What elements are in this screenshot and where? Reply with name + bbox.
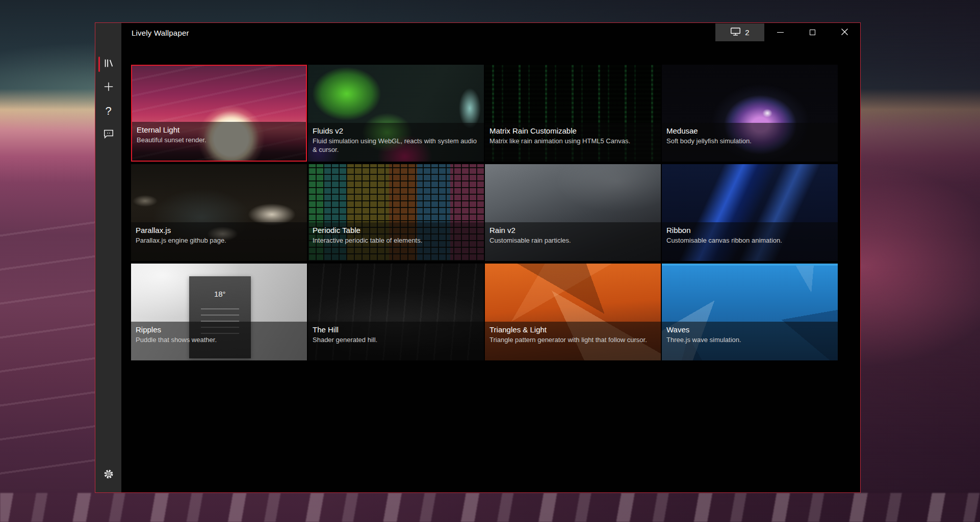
tile-caption: Triangles & Light Triangle pattern gener… (485, 322, 661, 360)
sidebar: ? (95, 23, 121, 492)
tile-title: Ripples (136, 324, 302, 335)
tile-caption: Matrix Rain Customizable Matrix like rai… (485, 123, 661, 162)
wallpaper-tile-ripples[interactable]: 18° Ripples Puddle that shows weather. (131, 264, 307, 360)
wallpaper-tile-waves[interactable]: Waves Three.js wave simulation. (662, 264, 838, 360)
maximize-button[interactable] (796, 23, 829, 41)
wallpaper-tile-eternal-light[interactable]: Eternal Light Beautiful sunset render. (131, 65, 307, 162)
tile-title: Rain v2 (489, 225, 656, 236)
sidebar-item-add-wallpaper[interactable] (95, 76, 121, 99)
minimize-button[interactable] (764, 23, 796, 41)
sidebar-item-feedback[interactable] (95, 123, 121, 146)
tile-title: Medusae (666, 125, 833, 136)
wallpaper-tile-fluids-v2[interactable]: Fluids v2 Fluid simulation using WebGL, … (308, 65, 484, 162)
tile-title: Periodic Table (313, 225, 479, 236)
library-icon (103, 58, 114, 71)
gear-icon (103, 468, 114, 482)
tile-title: Eternal Light (137, 124, 301, 135)
tile-caption: Ripples Puddle that shows weather. (131, 322, 307, 360)
sidebar-item-help[interactable]: ? (95, 99, 121, 123)
monitor-count: 2 (745, 28, 749, 37)
tile-description: Beautiful sunset render. (137, 136, 301, 144)
weather-temperature: 18° (189, 290, 251, 298)
tile-description: Customisable canvas ribbon animation. (666, 236, 833, 245)
tile-description: Triangle pattern generator with light th… (489, 335, 656, 344)
wallpaper-tile-matrix-rain[interactable]: Matrix Rain Customizable Matrix like rai… (485, 65, 661, 162)
tile-description: Customisable rain particles. (489, 236, 656, 245)
plus-icon (103, 81, 114, 94)
tile-caption: Ribbon Customisable canvas ribbon animat… (662, 222, 838, 261)
maximize-icon (810, 30, 815, 35)
wallpaper-tile-ribbon[interactable]: Ribbon Customisable canvas ribbon animat… (662, 164, 838, 261)
settings-button[interactable] (95, 465, 121, 485)
wallpaper-tile-medusae[interactable]: Medusae Soft body jellyfish simulation. (662, 65, 838, 162)
tile-description: Soft body jellyfish simulation. (666, 137, 833, 145)
tile-caption: Waves Three.js wave simulation. (662, 322, 838, 360)
tile-description: Parallax.js engine github page. (136, 236, 302, 245)
close-button[interactable] (829, 23, 860, 41)
sidebar-item-library[interactable] (95, 53, 121, 76)
minimize-icon (777, 32, 784, 33)
tile-description: Shader generated hill. (313, 335, 479, 344)
tile-title: Triangles & Light (489, 324, 656, 335)
monitor-icon (730, 27, 741, 38)
tile-title: Fluids v2 (313, 125, 479, 136)
tile-caption: Eternal Light Beautiful sunset render. (132, 122, 306, 161)
tile-caption: Rain v2 Customisable rain particles. (485, 222, 661, 261)
question-icon: ? (105, 105, 111, 118)
wallpaper-water-detail (0, 219, 95, 489)
tile-title: Parallax.js (136, 225, 302, 236)
wallpaper-water-streaks (0, 493, 980, 522)
tile-caption: The Hill Shader generated hill. (308, 322, 484, 360)
tile-description: Interactive periodic table of elements. (313, 236, 479, 245)
tile-description: Three.js wave simulation. (666, 335, 833, 344)
wallpaper-tile-the-hill[interactable]: The Hill Shader generated hill. (308, 264, 484, 360)
tile-title: Ribbon (666, 225, 833, 236)
tile-title: Matrix Rain Customizable (489, 125, 656, 136)
tile-description: Fluid simulation using WebGL, reacts wit… (313, 137, 479, 154)
tile-description: Matrix like rain animation using HTML5 C… (489, 137, 656, 145)
tile-description: Puddle that shows weather. (136, 335, 302, 344)
active-indicator (98, 57, 100, 72)
lively-wallpaper-window: ? (95, 22, 861, 493)
wallpaper-tile-parallax-js[interactable]: Parallax.js Parallax.js engine github pa… (131, 164, 307, 261)
wallpaper-tile-rain-v2[interactable]: Rain v2 Customisable rain particles. (485, 164, 661, 261)
tile-caption: Fluids v2 Fluid simulation using WebGL, … (308, 123, 484, 162)
window-title: Lively Wallpaper (132, 29, 189, 37)
tile-caption: Periodic Table Interactive periodic tabl… (308, 222, 484, 261)
chat-bubble-icon (103, 128, 114, 141)
wallpaper-grid: Eternal Light Beautiful sunset render. F… (131, 65, 838, 360)
titlebar: Lively Wallpaper 2 (121, 23, 860, 41)
desktop-wallpaper: ? (0, 0, 980, 522)
tile-title: Waves (666, 324, 833, 335)
close-icon (841, 28, 848, 37)
wallpaper-tile-triangles-light[interactable]: Triangles & Light Triangle pattern gener… (485, 264, 661, 360)
tile-caption: Medusae Soft body jellyfish simulation. (662, 123, 838, 162)
wallpaper-tile-periodic-table[interactable]: Periodic Table Interactive periodic tabl… (308, 164, 484, 261)
tile-title: The Hill (313, 324, 479, 335)
tile-caption: Parallax.js Parallax.js engine github pa… (131, 222, 307, 261)
monitor-select-button[interactable]: 2 (715, 23, 764, 41)
